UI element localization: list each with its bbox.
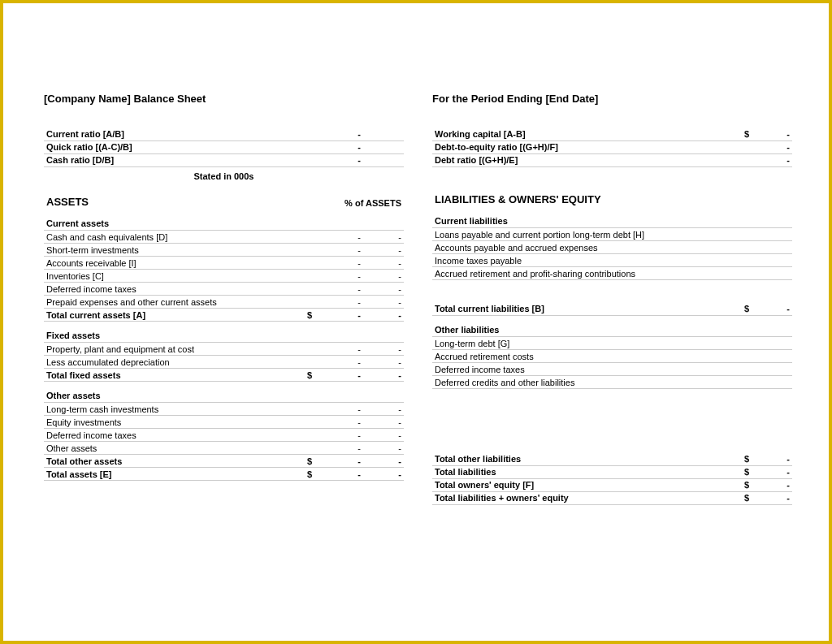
- ratio-label: Working capital [A-B]: [432, 128, 740, 140]
- total-value: -: [314, 369, 363, 382]
- liab-section-head: LIABILITIES & OWNERS' EQUITY: [432, 179, 792, 207]
- currency-symbol: $: [740, 465, 752, 478]
- line-label: Accrued retirement costs: [432, 350, 792, 363]
- line-pct: -: [363, 416, 404, 429]
- line-label: Deferred income taxes: [432, 363, 792, 376]
- total-pct: -: [363, 468, 404, 481]
- line-value: -: [314, 244, 363, 257]
- assets-header-table: ASSETS % of ASSETS: [44, 181, 404, 210]
- line-value: -: [314, 356, 363, 369]
- currency-symbol: $: [303, 468, 314, 481]
- currency-symbol: $: [740, 128, 752, 140]
- ratio-label: Debt ratio [(G+H)/E]: [432, 153, 740, 166]
- current-liabilities-table: Current liabilities Loans payable and cu…: [432, 207, 792, 390]
- line-value: -: [314, 296, 363, 309]
- total-value: -: [314, 455, 363, 468]
- line-label: Income taxes payable: [432, 254, 792, 267]
- line-label: Cash and cash equivalents [D]: [44, 231, 303, 244]
- line-label: Equity investments: [44, 416, 303, 429]
- total-value: -: [752, 303, 792, 316]
- ratio-label: Current ratio [A/B]: [44, 128, 314, 140]
- total-label: Total other liabilities: [432, 452, 740, 465]
- line-label: Deferred income taxes: [44, 283, 303, 296]
- total-label: Total liabilities + owners' equity: [432, 491, 740, 504]
- line-label: Deferred income taxes: [44, 429, 303, 442]
- line-value: -: [314, 429, 363, 442]
- line-label: Long-term debt [G]: [432, 337, 792, 350]
- line-label: Short-term investments: [44, 244, 303, 257]
- ratio-value: -: [752, 140, 792, 153]
- line-label: Less accumulated depreciation: [44, 356, 303, 369]
- line-value: -: [314, 257, 363, 270]
- currency-symbol: $: [740, 478, 752, 491]
- line-pct: -: [363, 296, 404, 309]
- total-value: -: [314, 468, 363, 481]
- ratio-value: -: [314, 128, 363, 140]
- other-liab-head: Other liabilities: [432, 324, 792, 337]
- line-value: -: [314, 283, 363, 296]
- assets-section-head: ASSETS: [44, 181, 200, 210]
- total-value: -: [752, 465, 792, 478]
- currency-symbol: $: [303, 369, 314, 382]
- right-column: For the Period Ending [End Date] Working…: [432, 93, 792, 505]
- total-pct: -: [363, 369, 404, 382]
- line-label: Long-term cash investments: [44, 403, 303, 416]
- total-pct: -: [363, 455, 404, 468]
- left-ratios-table: Current ratio [A/B]- Quick ratio [(A-C)/…: [44, 128, 404, 167]
- line-value: -: [314, 442, 363, 455]
- total-current-assets-label: Total current assets [A]: [44, 309, 303, 322]
- line-pct: -: [363, 283, 404, 296]
- line-label: Accounts receivable [I]: [44, 257, 303, 270]
- total-current-liab-label: Total current liabilities [B]: [432, 303, 740, 316]
- ratio-value: -: [314, 140, 363, 153]
- line-pct: -: [363, 356, 404, 369]
- pct-of-assets-head: % of ASSETS: [200, 181, 404, 210]
- balance-sheet-page: [Company Name] Balance Sheet Current rat…: [3, 3, 829, 505]
- line-label: Prepaid expenses and other current asset…: [44, 296, 303, 309]
- currency-symbol: $: [740, 491, 752, 504]
- line-pct: -: [363, 244, 404, 257]
- liab-header-table: LIABILITIES & OWNERS' EQUITY: [432, 179, 792, 207]
- ratio-label: Quick ratio [(A-C)/B]: [44, 140, 314, 153]
- total-label: Total liabilities: [432, 465, 740, 478]
- other-assets-head: Other assets: [44, 390, 404, 403]
- total-value: -: [752, 491, 792, 504]
- total-label: Total owners' equity [F]: [432, 478, 740, 491]
- total-pct: -: [363, 309, 404, 322]
- right-ratios-table: Working capital [A-B]$- Debt-to-equity r…: [432, 128, 792, 167]
- line-label: Other assets: [44, 442, 303, 455]
- currency-symbol: $: [740, 452, 752, 465]
- currency-symbol: $: [740, 303, 752, 316]
- line-pct: -: [363, 403, 404, 416]
- liab-totals-table: Total other liabilities$- Total liabilit…: [432, 452, 792, 505]
- total-value: -: [752, 478, 792, 491]
- current-liab-head: Current liabilities: [432, 215, 792, 228]
- currency-symbol: $: [303, 455, 314, 468]
- line-value: -: [314, 403, 363, 416]
- total-fixed-assets-label: Total fixed assets: [44, 369, 303, 382]
- line-label: Property, plant and equipment at cost: [44, 343, 303, 356]
- ratio-value: -: [752, 153, 792, 166]
- ratio-value: -: [314, 153, 363, 166]
- current-assets-table: Current assets Cash and cash equivalents…: [44, 210, 404, 482]
- line-label: Loans payable and current portion long-t…: [432, 228, 792, 241]
- stated-note: Stated in 000s: [44, 167, 404, 181]
- line-label: Deferred credits and other liabilities: [432, 376, 792, 389]
- line-label: Accrued retirement and profit-sharing co…: [432, 267, 792, 280]
- ratio-label: Debt-to-equity ratio [(G+H)/F]: [432, 140, 740, 153]
- total-other-assets-label: Total other assets: [44, 455, 303, 468]
- line-pct: -: [363, 257, 404, 270]
- fixed-assets-head: Fixed assets: [44, 330, 404, 343]
- currency-symbol: $: [303, 309, 314, 322]
- line-pct: -: [363, 343, 404, 356]
- document-frame: [Company Name] Balance Sheet Current rat…: [0, 0, 832, 644]
- line-pct: -: [363, 270, 404, 283]
- total-value: -: [314, 309, 363, 322]
- right-title: For the Period Ending [End Date]: [432, 93, 598, 105]
- ratio-value: -: [752, 128, 792, 140]
- ratio-label: Cash ratio [D/B]: [44, 153, 314, 166]
- line-value: -: [314, 343, 363, 356]
- left-column: [Company Name] Balance Sheet Current rat…: [44, 93, 404, 505]
- left-title: [Company Name] Balance Sheet: [44, 93, 206, 105]
- line-value: -: [314, 231, 363, 244]
